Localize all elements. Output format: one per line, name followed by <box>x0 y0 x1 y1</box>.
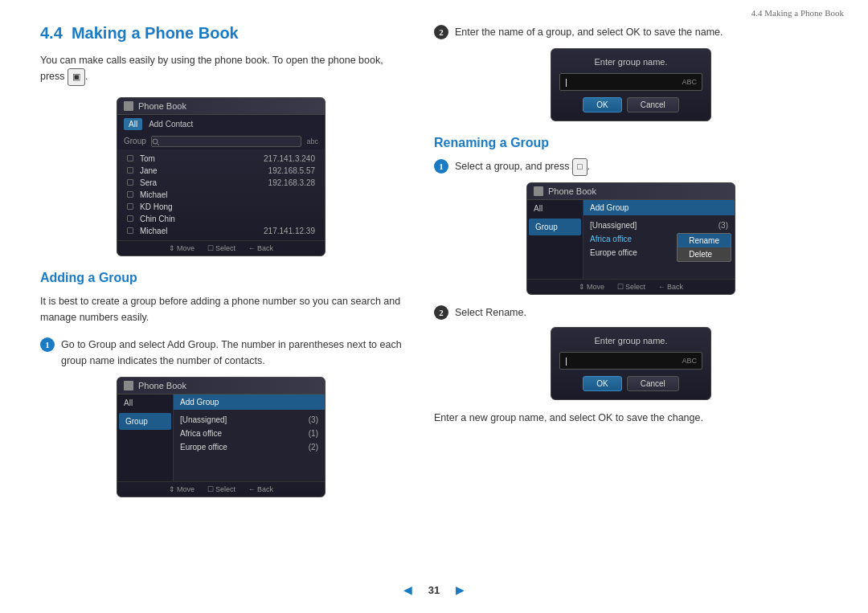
pb-add-contact: Add Contact <box>149 120 193 129</box>
pb-tab-all: All <box>124 118 142 130</box>
pb-all-tab: All <box>117 394 173 411</box>
dialog-title-adding: Enter group name. <box>559 57 702 67</box>
contact-checkbox <box>127 203 133 210</box>
pb-title-bar-3: Phone Book <box>527 183 735 200</box>
renaming-step2-text: Select Rename. <box>455 304 526 321</box>
input-abc: ABC <box>682 78 697 86</box>
contact-checkbox <box>127 167 133 174</box>
footer-move: ⇕ Move <box>169 244 194 252</box>
pb-footer: ⇕ Move ☐ Select ← Back <box>117 240 325 255</box>
section-title: 4.4 Making a Phone Book <box>40 24 402 43</box>
left-column: 4.4 Making a Phone Book You can make cal… <box>40 24 402 507</box>
pb-title-text-2: Phone Book <box>138 381 186 390</box>
dialog-ok-button-adding[interactable]: OK <box>583 97 621 112</box>
step1-number: 1 <box>40 337 55 352</box>
pb-search-label: Group <box>124 137 146 145</box>
context-delete-item[interactable]: Delete <box>678 247 731 261</box>
footer-back-3: ← Back <box>658 283 683 291</box>
pb-left-panel: All Group <box>117 394 174 481</box>
pb-rename-left-panel: All Group <box>527 200 583 279</box>
step1-text: Go to Group and select Add Group. The nu… <box>61 337 402 369</box>
dialog-ok-button-renaming[interactable]: OK <box>583 376 621 391</box>
pb-rename-right-panel: Add Group [Unassigned] (3) Africa office… <box>583 200 735 279</box>
adding-group-intro: It is best to create a group before addi… <box>40 293 402 325</box>
pb-title-bar: Phone Book <box>117 98 325 115</box>
svg-point-0 <box>153 139 158 144</box>
renaming-key-icon: □ <box>572 158 588 176</box>
intro-paragraph: You can make calls easily by using the p… <box>40 52 402 86</box>
context-rename-item[interactable]: Rename <box>678 234 731 247</box>
footer-move-2: ⇕ Move <box>169 485 194 493</box>
page-number: 31 <box>428 584 440 596</box>
pb-title-text-3: Phone Book <box>548 186 596 196</box>
contact-checkbox <box>127 179 133 186</box>
dialog-title-renaming: Enter group name. <box>559 336 702 345</box>
table-row: Chin Chin <box>124 213 318 225</box>
page-header-text: 4.4 Making a Phone Book <box>751 8 844 18</box>
input-abc-2: ABC <box>682 357 697 365</box>
pb-search-input <box>151 136 302 147</box>
contact-checkbox <box>127 191 133 198</box>
context-menu: Rename Delete <box>677 233 731 262</box>
dialog-input-adding: | ABC <box>559 73 702 91</box>
prev-arrow[interactable]: ◀ <box>403 583 412 597</box>
enter-group-dialog-adding: Enter group name. | ABC OK Cancel <box>551 48 711 121</box>
pb-add-group-header: Add Group <box>174 394 325 410</box>
page-footer: ◀ 31 ▶ <box>0 583 868 597</box>
pb-title-bar-2: Phone Book <box>117 378 325 394</box>
pb-two-panel: All Group Add Group [Unassigned] (3) Afr… <box>117 394 325 481</box>
pb-rename-group-tab: Group <box>529 219 581 235</box>
footer-back-2: ← Back <box>248 485 273 493</box>
table-row: Tom 217.141.3.240 <box>124 153 318 165</box>
two-column-layout: 4.4 Making a Phone Book You can make cal… <box>40 24 828 507</box>
pb-rename-add-group: Add Group <box>583 200 735 215</box>
keyboard-icon: ▣ <box>68 68 85 86</box>
footer-select-2: ☐ Select <box>207 485 235 493</box>
phonebook-main-screenshot: Phone Book All Add Contact Group abc <box>117 97 326 256</box>
search-icon <box>152 138 160 146</box>
step2-text: Enter the name of a group, and select OK… <box>455 24 723 40</box>
contact-checkbox <box>127 155 133 161</box>
pb-group-rows: [Unassigned] (3) Africa office (1) Europ… <box>174 410 325 481</box>
dialog-buttons-renaming: OK Cancel <box>559 376 702 391</box>
dialog-input-renaming: | ABC <box>559 352 702 370</box>
dialog-cancel-button-adding[interactable]: Cancel <box>627 97 679 112</box>
list-item: [Unassigned] (3) <box>583 219 735 232</box>
enter-group-dialog-renaming: Enter group name. | ABC OK Cancel <box>551 327 711 400</box>
adding-group-step1: 1 Go to Group and select Add Group. The … <box>40 337 402 369</box>
pb-group-tab: Group <box>119 413 171 430</box>
pb-rename-all-tab: All <box>527 200 583 217</box>
list-item: Africa office (1) <box>174 427 325 440</box>
renaming-step2-number: 2 <box>434 305 448 320</box>
pb-footer-2: ⇕ Move ☐ Select ← Back <box>117 481 325 497</box>
footer-move-3: ⇕ Move <box>579 283 604 291</box>
dialog-buttons-adding: OK Cancel <box>559 97 702 112</box>
pb-nav-bar: All Add Contact <box>117 115 325 133</box>
table-row: Michael 217.141.12.39 <box>124 225 318 237</box>
footer-back: ← Back <box>248 244 273 252</box>
contact-checkbox <box>127 215 133 222</box>
pb-doc-icon-3 <box>534 186 543 196</box>
pb-search-abc: abc <box>306 137 318 145</box>
table-row: Sera 192.168.3.28 <box>124 177 318 189</box>
pb-title-text: Phone Book <box>138 101 186 111</box>
content-area: 4.4 Making a Phone Book You can make cal… <box>40 24 828 573</box>
table-row: Michael <box>124 189 318 201</box>
dialog-cancel-button-renaming[interactable]: Cancel <box>627 376 679 391</box>
adding-group-screenshot: Phone Book All Group Add Group [Unassign… <box>117 377 326 497</box>
pb-rename-two-panel: All Group Add Group [Unassigned] (3) Afr… <box>527 200 735 279</box>
pb-search-bar: Group abc <box>117 133 325 149</box>
page-header: 4.4 Making a Phone Book <box>751 8 844 18</box>
contact-checkbox <box>127 227 133 234</box>
pb-doc-icon <box>124 101 133 111</box>
input-cursor-2: | <box>565 356 567 366</box>
next-arrow[interactable]: ▶ <box>456 583 465 597</box>
table-row: Jane 192.168.5.57 <box>124 165 318 177</box>
footer-select: ☐ Select <box>207 244 235 252</box>
renaming-group-title: Renaming a Group <box>434 136 828 150</box>
renaming-final-text: Enter a new group name, and select OK to… <box>434 410 828 426</box>
renaming-group-screenshot: Phone Book All Group Add Group [Unassign… <box>526 182 735 295</box>
adding-group-title: Adding a Group <box>40 271 402 285</box>
renaming-step1-number: 1 <box>434 159 448 174</box>
step2-enter-group: 2 Enter the name of a group, and select … <box>434 24 828 40</box>
